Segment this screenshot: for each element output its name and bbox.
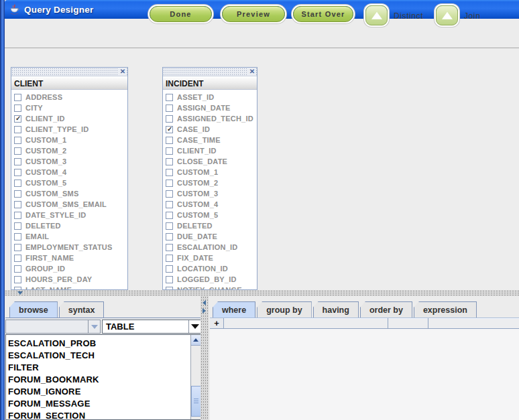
field-checkbox[interactable]: [166, 276, 173, 283]
incident-frame-titlebar[interactable]: ✕: [163, 68, 257, 76]
field-checkbox[interactable]: [166, 255, 173, 262]
field-checkbox[interactable]: [14, 212, 21, 219]
field-row[interactable]: LOGGED_BY_ID: [163, 274, 257, 285]
field-checkbox[interactable]: [14, 233, 21, 240]
collapse-down-icon[interactable]: [17, 291, 23, 295]
field-checkbox[interactable]: [166, 212, 173, 219]
collapse-left-icon[interactable]: [203, 300, 206, 305]
client-frame-titlebar[interactable]: ✕: [11, 68, 127, 76]
field-row[interactable]: CUSTOM_5: [163, 210, 257, 220]
field-checkbox[interactable]: [166, 126, 173, 133]
distinct-toggle-button[interactable]: [365, 5, 388, 25]
field-row[interactable]: CUSTOM_4: [163, 199, 257, 210]
join-toggle-button[interactable]: [436, 5, 458, 25]
field-checkbox[interactable]: [14, 276, 21, 283]
combobox-dropdown-button[interactable]: [88, 320, 100, 333]
clause-tab[interactable]: where: [213, 301, 255, 318]
field-row[interactable]: CUSTOM_1: [163, 167, 257, 178]
field-checkbox[interactable]: [166, 169, 173, 176]
field-row[interactable]: EMAIL: [11, 231, 127, 242]
collapse-right-icon[interactable]: [203, 308, 206, 313]
done-button[interactable]: Done: [150, 6, 212, 22]
field-row[interactable]: NOTIFY_CHANGE: [163, 285, 257, 290]
preview-button[interactable]: Preview: [222, 6, 285, 22]
field-checkbox[interactable]: [14, 169, 21, 176]
field-checkbox[interactable]: [14, 180, 21, 187]
field-row[interactable]: FIRST_NAME: [11, 253, 127, 263]
field-row[interactable]: CUSTOM_3: [163, 188, 257, 199]
field-checkbox[interactable]: [166, 201, 173, 208]
list-item[interactable]: FORUM_SECTION: [8, 410, 201, 420]
field-checkbox[interactable]: [14, 126, 21, 133]
field-row[interactable]: LOCATION_ID: [163, 263, 257, 274]
field-checkbox[interactable]: [14, 137, 21, 144]
field-row[interactable]: CLIENT_TYPE_ID: [11, 124, 127, 135]
field-row[interactable]: CUSTOM_SMS: [11, 188, 127, 199]
field-row[interactable]: CUSTOM_3: [11, 156, 127, 167]
combobox-dropdown-button[interactable]: [188, 320, 200, 333]
field-row[interactable]: CUSTOM_2: [11, 145, 127, 156]
field-row[interactable]: CASE_ID: [163, 124, 257, 135]
list-item[interactable]: ESCALATION_PROB: [8, 338, 201, 350]
field-row[interactable]: DATE_STYLE_ID: [11, 210, 127, 220]
field-row[interactable]: ASSET_ID: [163, 92, 257, 102]
field-checkbox[interactable]: [14, 190, 21, 198]
field-checkbox[interactable]: [166, 190, 173, 198]
field-checkbox[interactable]: [14, 104, 21, 112]
column-divider[interactable]: [428, 318, 428, 328]
field-checkbox[interactable]: [166, 222, 173, 230]
field-checkbox[interactable]: [166, 94, 173, 101]
field-checkbox[interactable]: [166, 115, 173, 123]
field-row[interactable]: CITY: [11, 102, 127, 113]
field-checkbox[interactable]: [166, 137, 173, 144]
field-checkbox[interactable]: [14, 115, 21, 123]
start-over-button[interactable]: Start Over: [293, 6, 353, 22]
field-checkbox[interactable]: [14, 94, 21, 101]
close-icon[interactable]: ✕: [119, 67, 127, 76]
field-checkbox[interactable]: [14, 222, 21, 230]
field-row[interactable]: ADDRESS: [11, 92, 127, 102]
field-row[interactable]: CASE_TIME: [163, 135, 257, 145]
field-checkbox[interactable]: [14, 158, 21, 165]
field-row[interactable]: EMPLOYMENT_STATUS: [11, 242, 127, 253]
field-row[interactable]: FIX_DATE: [163, 253, 257, 263]
field-checkbox[interactable]: [166, 180, 173, 187]
field-row[interactable]: DUE_DATE: [163, 231, 257, 242]
scroll-up-button[interactable]: [191, 335, 201, 346]
field-checkbox[interactable]: [166, 265, 173, 273]
field-row[interactable]: CUSTOM_1: [11, 135, 127, 145]
field-combobox[interactable]: [5, 320, 101, 334]
clause-tab[interactable]: expression: [414, 301, 477, 318]
field-checkbox[interactable]: [14, 255, 21, 262]
field-row[interactable]: CUSTOM_4: [11, 167, 127, 178]
field-row[interactable]: CLIENT_ID: [163, 145, 257, 156]
vertical-scrollbar[interactable]: [190, 335, 201, 419]
field-row[interactable]: ASSIGNED_TECH_ID: [163, 113, 257, 124]
field-row[interactable]: HOURS_PER_DAY: [11, 274, 127, 285]
horizontal-split-divider[interactable]: [5, 290, 519, 296]
clause-tab[interactable]: group by: [257, 301, 311, 318]
clause-tab[interactable]: having: [313, 301, 359, 318]
field-row[interactable]: CLIENT_ID: [11, 113, 127, 124]
field-checkbox[interactable]: [166, 104, 173, 112]
field-row[interactable]: CUSTOM_5: [11, 178, 127, 188]
vertical-split-divider[interactable]: [200, 296, 209, 420]
field-checkbox[interactable]: [166, 147, 173, 155]
column-divider[interactable]: [388, 318, 388, 328]
list-item[interactable]: ESCALATION_TECH: [8, 350, 201, 362]
field-row[interactable]: LAST_NAME: [11, 285, 127, 290]
field-row[interactable]: CUSTOM_SMS_EMAIL: [11, 199, 127, 210]
close-icon[interactable]: ✕: [248, 67, 256, 76]
list-item[interactable]: FILTER: [8, 362, 201, 374]
list-item[interactable]: FORUM_IGNORE: [8, 386, 201, 398]
field-row[interactable]: DELETED: [163, 220, 257, 231]
browser-tab[interactable]: syntax: [59, 301, 105, 318]
field-row[interactable]: GROUP_ID: [11, 263, 127, 274]
field-row[interactable]: ESCALATION_ID: [163, 242, 257, 253]
list-item[interactable]: FORUM_MESSAGE: [8, 398, 201, 410]
add-condition-button[interactable]: +: [210, 318, 224, 328]
field-row[interactable]: ASSIGN_DATE: [163, 102, 257, 113]
object-type-combobox[interactable]: TABLE: [102, 320, 201, 334]
field-row[interactable]: DELETED: [11, 220, 127, 231]
field-checkbox[interactable]: [14, 244, 21, 251]
